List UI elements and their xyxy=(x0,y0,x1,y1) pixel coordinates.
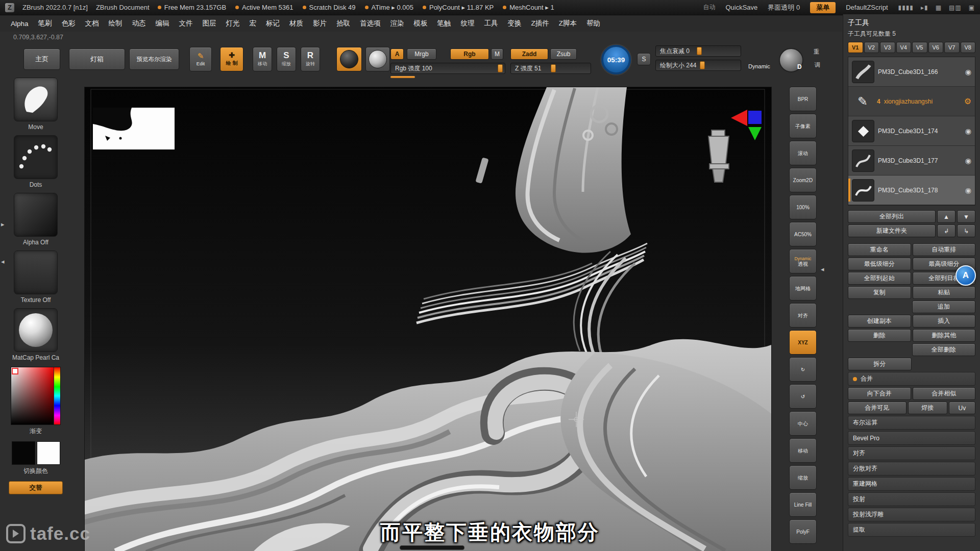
right-shelf-button[interactable]: AC50% xyxy=(789,222,817,246)
menu-item[interactable]: 图层 xyxy=(198,17,221,30)
color-picker[interactable] xyxy=(11,367,61,425)
right-shelf-button[interactable]: 滚动 xyxy=(789,141,817,165)
auto-reorder-button[interactable]: 自动重排 xyxy=(913,243,976,256)
right-shelf-button[interactable]: 子像素 xyxy=(789,114,817,138)
zsub-toggle[interactable]: Zsub xyxy=(550,48,577,60)
stroke-thumbnail[interactable] xyxy=(14,135,58,179)
merge-section-header[interactable]: 合并 xyxy=(848,372,975,386)
material-thumbnail[interactable] xyxy=(14,308,58,352)
titlebar-icon[interactable]: ▤▥ xyxy=(949,4,962,11)
lazy-mouse-button[interactable]: S xyxy=(637,53,651,65)
merge-visible-button[interactable]: 合并可见 xyxy=(848,402,906,414)
quicksave-button[interactable]: QuickSave xyxy=(725,4,757,11)
menu-button[interactable]: 菜单 xyxy=(810,2,836,13)
delete-all-button[interactable]: 全部删除 xyxy=(912,343,976,356)
left-tray-collapse-icon[interactable]: ◂ xyxy=(1,258,5,265)
boolean-section-header[interactable]: 布尔运算 xyxy=(848,416,975,430)
draw-size-slider[interactable]: 绘制大小 244 xyxy=(655,60,741,71)
gizmo-button[interactable]: M 移动 xyxy=(253,47,272,71)
right-shelf-button[interactable]: 地网格 xyxy=(789,276,817,300)
titlebar-icon[interactable]: ▦ xyxy=(936,4,942,11)
lightbox-button[interactable]: 灯箱 xyxy=(69,48,125,70)
lowest-subdiv-button[interactable]: 最低级细分 xyxy=(848,258,911,270)
overlay-avatar[interactable]: A xyxy=(955,265,976,286)
menu-item[interactable]: 笔触 xyxy=(433,17,456,30)
menu-item[interactable]: 灯光 xyxy=(222,17,244,30)
align-section-header[interactable]: 对齐 xyxy=(848,446,975,460)
move-into-folder-button[interactable]: ↳ xyxy=(957,224,975,237)
menu-item[interactable]: 笔刷 xyxy=(34,17,57,30)
v-button[interactable]: V7 xyxy=(944,42,960,53)
subtool-thumbnail[interactable] xyxy=(852,120,874,142)
insert-button[interactable]: 插入 xyxy=(913,315,976,328)
menu-item[interactable]: 拾取 xyxy=(332,17,355,30)
menu-item[interactable]: Z脚本 xyxy=(554,17,581,30)
quicksave-timer-badge[interactable]: 05:39 xyxy=(601,45,631,74)
subtool-thumbnail[interactable] xyxy=(852,149,874,172)
brush-thumbnail[interactable] xyxy=(14,78,58,121)
zscript-label[interactable]: DefaultZScript xyxy=(846,4,888,11)
subtool-thumbnail[interactable] xyxy=(852,179,874,202)
rename-button[interactable]: 重命名 xyxy=(848,243,911,256)
append-button[interactable]: 追加 xyxy=(912,300,976,313)
right-shelf-button[interactable]: ↺ xyxy=(789,384,817,409)
right-shelf-button[interactable]: 移动 xyxy=(789,438,817,463)
eye-icon[interactable]: ◉ xyxy=(965,157,971,165)
alpha-thumbnail[interactable] xyxy=(14,193,58,237)
menu-item[interactable]: 变换 xyxy=(503,17,526,30)
menu-item[interactable]: 渲染 xyxy=(386,17,409,30)
subtool-row[interactable]: PM3D_Cube3D1_166 ◉ xyxy=(848,57,975,87)
z-intensity-slider[interactable]: Z 强度 51 xyxy=(510,63,591,74)
menu-item[interactable]: 编辑 xyxy=(151,17,174,30)
viewport[interactable] xyxy=(84,87,772,551)
delete-button[interactable]: 删除 xyxy=(848,329,911,342)
gear-icon[interactable]: ⚙ xyxy=(964,96,971,106)
subtool-folder-row[interactable]: ✎ 4 xiongjiazhuangshi ⚙ xyxy=(848,87,975,116)
menu-item[interactable]: 宏 xyxy=(245,17,261,30)
all-to-start-button[interactable]: 全部到起始 xyxy=(848,272,911,285)
left-tray-expand-icon[interactable]: ▸ xyxy=(1,220,5,228)
v-button[interactable]: V8 xyxy=(961,42,976,53)
gizmo-button[interactable]: S 缩放 xyxy=(277,47,296,71)
right-tray-collapse-icon[interactable]: ◂ xyxy=(821,265,824,273)
eye-icon[interactable]: ◉ xyxy=(965,127,971,135)
remesh-section-header[interactable]: 重建网格 xyxy=(848,477,975,491)
titlebar-icon[interactable]: ▸▮ xyxy=(921,4,928,11)
right-shelf-button[interactable]: PolyF xyxy=(789,519,817,544)
focal-shift-slider[interactable]: 焦点衰减 0 xyxy=(655,45,741,57)
merge-down-button[interactable]: 向下合并 xyxy=(848,387,911,400)
uv-button[interactable]: Uv xyxy=(949,402,975,414)
menu-item[interactable]: 影片 xyxy=(308,17,331,30)
list-all-button[interactable]: 全部列出 xyxy=(848,210,936,223)
v-button[interactable]: V6 xyxy=(928,42,944,53)
split-button[interactable]: 拆分 xyxy=(848,358,912,370)
menu-item[interactable]: 材质 xyxy=(285,17,308,30)
eye-icon[interactable]: ◉ xyxy=(965,186,971,194)
v-button[interactable]: V1 xyxy=(848,42,863,53)
v-button[interactable]: V5 xyxy=(912,42,927,53)
eye-icon[interactable]: ◉ xyxy=(965,68,971,76)
main-color-swatch[interactable] xyxy=(12,441,35,465)
axis-z-icon[interactable] xyxy=(748,111,762,124)
dynamic-label[interactable]: Dynamic xyxy=(748,63,770,69)
menu-item[interactable]: 模板 xyxy=(409,17,432,30)
subtool-row[interactable]: PM3D_Cube3D1_174 ◉ xyxy=(848,116,975,146)
paste-button[interactable]: 粘贴 xyxy=(913,286,976,299)
move-out-folder-button[interactable]: ↲ xyxy=(937,224,955,237)
anchor-toggle[interactable]: A xyxy=(390,48,404,60)
menu-item[interactable]: 帮助 xyxy=(582,17,605,30)
merge-similar-button[interactable]: 合并相似 xyxy=(913,387,976,400)
hue-strip[interactable] xyxy=(54,367,60,424)
menu-item[interactable]: 绘制 xyxy=(104,17,127,30)
secondary-color-swatch[interactable] xyxy=(37,441,60,465)
delete-other-button[interactable]: 删除其他 xyxy=(913,329,976,342)
project-relief-section-header[interactable]: 投射浅浮雕 xyxy=(848,508,975,521)
scatter-align-section-header[interactable]: 分散对齐 xyxy=(848,462,975,475)
right-shelf-button[interactable]: Dynamic 透视 xyxy=(789,249,817,273)
subtool-thumbnail[interactable] xyxy=(852,61,874,83)
saturation-square[interactable] xyxy=(11,367,54,424)
move-down-button[interactable]: ▼ xyxy=(957,210,975,223)
menu-item[interactable]: Z插件 xyxy=(527,17,554,30)
preview-boolean-button[interactable]: 预览布尔渲染 xyxy=(129,48,179,70)
right-shelf-button[interactable]: BPR xyxy=(789,87,817,111)
